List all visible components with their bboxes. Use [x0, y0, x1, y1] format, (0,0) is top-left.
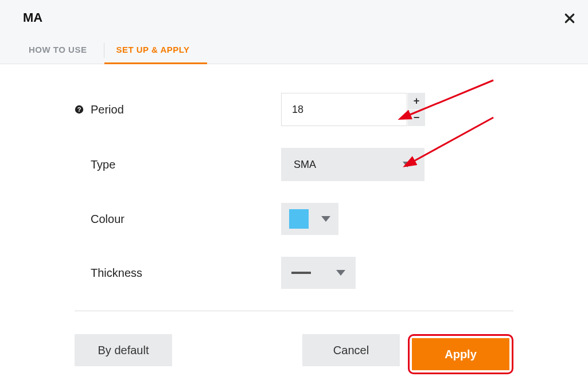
colour-swatch — [289, 209, 309, 229]
close-icon[interactable] — [564, 13, 575, 26]
tab-how-to-use[interactable]: HOW TO USE — [17, 37, 104, 64]
period-label: Period — [91, 103, 124, 116]
type-select[interactable]: SMA — [281, 148, 425, 181]
type-value: SMA — [294, 159, 316, 171]
help-icon[interactable]: ? — [75, 105, 84, 114]
by-default-button[interactable]: By default — [75, 334, 172, 366]
thickness-select[interactable] — [281, 257, 356, 289]
colour-label: Colour — [91, 213, 124, 226]
tab-set-up-apply[interactable]: SET UP & APPLY — [104, 37, 207, 64]
chevron-down-icon — [336, 270, 345, 276]
period-input[interactable] — [281, 93, 407, 126]
divider — [75, 311, 513, 311]
period-decrement-button[interactable]: − — [408, 110, 425, 127]
thickness-preview — [291, 272, 311, 274]
chevron-down-icon — [321, 216, 330, 222]
chevron-down-icon — [403, 162, 412, 167]
thickness-label: Thickness — [91, 266, 142, 280]
type-label: Type — [91, 158, 115, 171]
dialog-title: MA — [23, 10, 571, 34]
colour-select[interactable] — [281, 203, 338, 235]
cancel-button[interactable]: Cancel — [302, 334, 400, 366]
svg-text:?: ? — [77, 106, 81, 113]
apply-button[interactable]: Apply — [412, 338, 509, 370]
apply-highlight: Apply — [408, 334, 513, 374]
period-increment-button[interactable]: + — [408, 93, 425, 109]
